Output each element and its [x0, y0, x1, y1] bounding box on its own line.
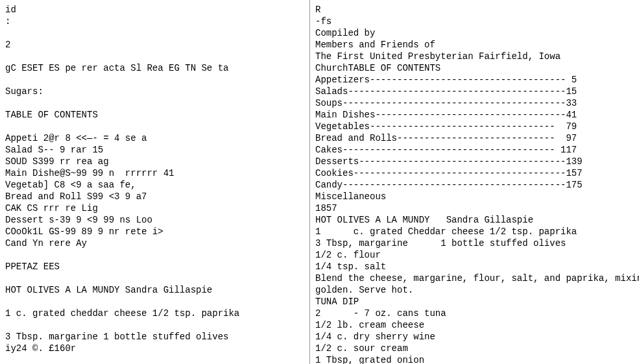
right-line: 1/2 c. sour cream	[315, 343, 634, 354]
right-line: Salads----------------------------------…	[315, 86, 634, 97]
right-line: 1 c. grated Cheddar cheese 1/2 tsp. papr…	[315, 226, 634, 237]
right-line: -fs	[315, 16, 634, 27]
left-line	[5, 249, 304, 261]
right-line: HOT OLIVES A LA MUNDY Sandra Gillaspie	[315, 214, 634, 226]
right-line: 1/2 c. flour	[315, 249, 634, 261]
right-line: R	[315, 4, 634, 16]
left-line	[5, 51, 304, 62]
right-line: 2 - 7 oz. cans tuna	[315, 308, 634, 319]
right-line: Compiled by	[315, 27, 634, 39]
left-line: Appeti 2@r 8 <<—- = 4 se a	[5, 132, 304, 144]
left-line: CAK CS rrr re Lig	[5, 202, 304, 214]
right-line: Candy-----------------------------------…	[315, 179, 634, 191]
left-line: Vegetab] C8 <9 a saa fe,	[5, 179, 304, 191]
left-line: PPETAZ EES	[5, 261, 304, 273]
right-line: 1/4 tsp. salt	[315, 261, 634, 273]
left-line: SOUD S399 rr rea ag	[5, 156, 304, 167]
right-line: Soups-----------------------------------…	[315, 97, 634, 109]
right-line: 1/4 c. dry sherry wine	[315, 331, 634, 343]
left-line: 2	[5, 39, 304, 51]
left-line	[5, 273, 304, 284]
right-line: 1/2 lb. cream cheese	[315, 319, 634, 331]
right-pane: R-fsCompiled byMembers and Friends ofThe…	[310, 0, 639, 364]
right-line: Appetizers------------------------------…	[315, 74, 634, 86]
left-line	[5, 319, 304, 331]
left-line: Bread and Roll S99 <3 9 a7	[5, 191, 304, 202]
left-line: TABLE OF CONTENTS	[5, 109, 304, 121]
right-line: TUNA DIP	[315, 296, 634, 308]
left-line: Salad S-- 9 rar 15	[5, 144, 304, 156]
left-pane: id: 2 gC ESET ES pe rer acta Sl Rea EG T…	[0, 0, 310, 364]
right-line: 3 Tbsp, margarine 1 bottle stuffed olive…	[315, 237, 634, 249]
right-line: The First United Presbyterian Fairfield,…	[315, 51, 634, 62]
right-line: ChurchTABLE OF CONTENTS	[315, 62, 634, 74]
right-line: Bread and Rolls-------------------------…	[315, 132, 634, 144]
right-line: 1 Tbsp, grated onion	[315, 354, 634, 364]
left-line: iy24 ©. £160r	[5, 343, 304, 354]
left-line	[5, 27, 304, 39]
left-line: Sugars:	[5, 86, 304, 97]
right-line: Blend the cheese, margarine, flour, salt…	[315, 273, 634, 284]
right-line: golden. Serve hot.	[315, 284, 634, 296]
left-line: 1 c. grated cheddar cheese 1/2 tsp. papr…	[5, 308, 304, 319]
right-line: Members and Friends of	[315, 39, 634, 51]
left-line	[5, 74, 304, 86]
left-line: Main Dishe@S~99 99 n rrrrrr 41	[5, 167, 304, 179]
right-line: Desserts--------------------------------…	[315, 156, 634, 167]
right-line: Cookies---------------------------------…	[315, 167, 634, 179]
left-line	[5, 296, 304, 308]
right-line: Cakes-----------------------------------…	[315, 144, 634, 156]
left-line: gC ESET ES pe rer acta Sl Rea EG TN Se t…	[5, 62, 304, 74]
left-line: :	[5, 16, 304, 27]
right-line: Vegetables------------------------------…	[315, 121, 634, 132]
left-line: Cand Yn rere Ay	[5, 237, 304, 249]
left-line	[5, 97, 304, 109]
left-line: 3 Tbsp. margarine 1 bottle stuffed olive…	[5, 331, 304, 343]
left-line: COoOk1L GS-99 89 9 nr rete i>	[5, 226, 304, 237]
left-line: Dessert s-39 9 <9 99 ns Loo	[5, 214, 304, 226]
left-line: id	[5, 4, 304, 16]
left-line: HOT OLIVES A LA MUNDY Sandra Gillaspie	[5, 284, 304, 296]
right-line: 1857	[315, 202, 634, 214]
right-line: Main Dishes-----------------------------…	[315, 109, 634, 121]
left-line	[5, 121, 304, 132]
right-line: Miscellaneous	[315, 191, 634, 202]
